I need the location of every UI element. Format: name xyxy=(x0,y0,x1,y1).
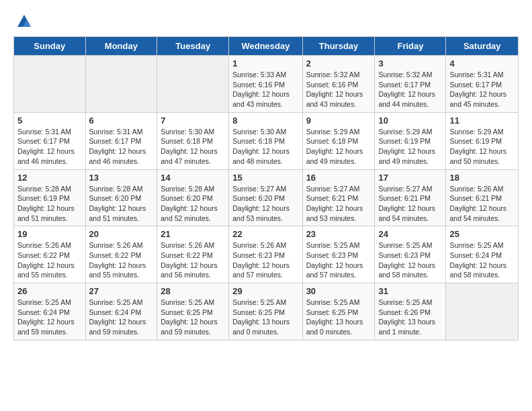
calendar-cell: 16Sunrise: 5:27 AM Sunset: 6:21 PM Dayli… xyxy=(302,169,375,226)
day-info: Sunrise: 5:25 AM Sunset: 6:24 PM Dayligh… xyxy=(89,298,154,337)
day-info: Sunrise: 5:29 AM Sunset: 6:18 PM Dayligh… xyxy=(306,127,371,167)
calendar-week-row: 19Sunrise: 5:26 AM Sunset: 6:22 PM Dayli… xyxy=(14,226,519,283)
calendar-header-row: SundayMondayTuesdayWednesdayThursdayFrid… xyxy=(14,37,519,56)
calendar-header-saturday: Saturday xyxy=(446,37,519,56)
calendar-cell: 10Sunrise: 5:29 AM Sunset: 6:19 PM Dayli… xyxy=(375,112,446,169)
day-info: Sunrise: 5:28 AM Sunset: 6:19 PM Dayligh… xyxy=(17,184,82,224)
day-number: 26 xyxy=(17,286,82,296)
calendar-cell: 26Sunrise: 5:25 AM Sunset: 6:24 PM Dayli… xyxy=(14,283,86,340)
day-info: Sunrise: 5:33 AM Sunset: 6:16 PM Dayligh… xyxy=(232,70,298,109)
day-number: 7 xyxy=(161,116,225,126)
day-info: Sunrise: 5:26 AM Sunset: 6:22 PM Dayligh… xyxy=(161,240,225,280)
day-number: 9 xyxy=(306,116,371,126)
day-info: Sunrise: 5:31 AM Sunset: 6:17 PM Dayligh… xyxy=(449,70,515,109)
day-number: 29 xyxy=(232,286,298,296)
calendar-cell: 2Sunrise: 5:32 AM Sunset: 6:16 PM Daylig… xyxy=(302,56,375,113)
day-number: 12 xyxy=(17,173,82,183)
day-number: 24 xyxy=(378,229,442,239)
day-info: Sunrise: 5:26 AM Sunset: 6:23 PM Dayligh… xyxy=(232,240,298,280)
day-number: 15 xyxy=(232,173,298,183)
calendar-cell: 6Sunrise: 5:31 AM Sunset: 6:17 PM Daylig… xyxy=(85,112,157,169)
day-info: Sunrise: 5:25 AM Sunset: 6:24 PM Dayligh… xyxy=(17,298,82,337)
calendar-cell xyxy=(446,283,519,340)
day-info: Sunrise: 5:25 AM Sunset: 6:23 PM Dayligh… xyxy=(378,240,442,280)
calendar-cell: 31Sunrise: 5:25 AM Sunset: 6:26 PM Dayli… xyxy=(375,283,446,340)
calendar-cell: 21Sunrise: 5:26 AM Sunset: 6:22 PM Dayli… xyxy=(157,226,229,283)
day-number: 5 xyxy=(17,116,82,126)
calendar-cell: 5Sunrise: 5:31 AM Sunset: 6:17 PM Daylig… xyxy=(14,112,86,169)
day-number: 18 xyxy=(449,173,515,183)
day-info: Sunrise: 5:31 AM Sunset: 6:17 PM Dayligh… xyxy=(17,127,82,167)
calendar-week-row: 26Sunrise: 5:25 AM Sunset: 6:24 PM Dayli… xyxy=(14,283,519,340)
calendar-cell: 23Sunrise: 5:25 AM Sunset: 6:23 PM Dayli… xyxy=(302,226,375,283)
day-info: Sunrise: 5:26 AM Sunset: 6:21 PM Dayligh… xyxy=(449,184,515,224)
calendar-cell: 24Sunrise: 5:25 AM Sunset: 6:23 PM Dayli… xyxy=(375,226,446,283)
day-number: 30 xyxy=(306,286,371,296)
calendar-cell xyxy=(157,56,229,113)
day-info: Sunrise: 5:31 AM Sunset: 6:17 PM Dayligh… xyxy=(89,127,154,167)
calendar-header-sunday: Sunday xyxy=(14,37,86,56)
day-number: 21 xyxy=(161,229,225,239)
day-number: 4 xyxy=(449,58,515,68)
calendar-cell: 28Sunrise: 5:25 AM Sunset: 6:25 PM Dayli… xyxy=(157,283,229,340)
calendar-header-wednesday: Wednesday xyxy=(229,37,302,56)
calendar-week-row: 12Sunrise: 5:28 AM Sunset: 6:19 PM Dayli… xyxy=(14,169,519,226)
day-info: Sunrise: 5:27 AM Sunset: 6:21 PM Dayligh… xyxy=(378,184,442,224)
day-info: Sunrise: 5:32 AM Sunset: 6:17 PM Dayligh… xyxy=(378,70,442,109)
calendar-cell: 25Sunrise: 5:25 AM Sunset: 6:24 PM Dayli… xyxy=(446,226,519,283)
day-info: Sunrise: 5:26 AM Sunset: 6:22 PM Dayligh… xyxy=(17,240,82,280)
calendar-cell: 11Sunrise: 5:29 AM Sunset: 6:19 PM Dayli… xyxy=(446,112,519,169)
day-number: 3 xyxy=(378,58,442,68)
day-info: Sunrise: 5:28 AM Sunset: 6:20 PM Dayligh… xyxy=(89,184,154,224)
day-number: 31 xyxy=(378,286,442,296)
day-number: 23 xyxy=(306,229,371,239)
calendar-table: SundayMondayTuesdayWednesdayThursdayFrid… xyxy=(13,36,519,340)
calendar-header-friday: Friday xyxy=(375,37,446,56)
day-info: Sunrise: 5:27 AM Sunset: 6:20 PM Dayligh… xyxy=(232,184,298,224)
day-number: 19 xyxy=(17,229,82,239)
day-info: Sunrise: 5:29 AM Sunset: 6:19 PM Dayligh… xyxy=(378,127,442,167)
calendar-week-row: 5Sunrise: 5:31 AM Sunset: 6:17 PM Daylig… xyxy=(14,112,519,169)
calendar-cell: 14Sunrise: 5:28 AM Sunset: 6:20 PM Dayli… xyxy=(157,169,229,226)
calendar-cell: 30Sunrise: 5:25 AM Sunset: 6:25 PM Dayli… xyxy=(302,283,375,340)
day-number: 10 xyxy=(378,116,442,126)
calendar-cell: 22Sunrise: 5:26 AM Sunset: 6:23 PM Dayli… xyxy=(229,226,302,283)
day-info: Sunrise: 5:30 AM Sunset: 6:18 PM Dayligh… xyxy=(232,127,298,167)
day-number: 17 xyxy=(378,173,442,183)
calendar-cell: 17Sunrise: 5:27 AM Sunset: 6:21 PM Dayli… xyxy=(375,169,446,226)
day-number: 1 xyxy=(232,58,298,68)
day-info: Sunrise: 5:26 AM Sunset: 6:22 PM Dayligh… xyxy=(89,240,154,280)
day-number: 14 xyxy=(161,173,225,183)
calendar-cell: 7Sunrise: 5:30 AM Sunset: 6:18 PM Daylig… xyxy=(157,112,229,169)
day-number: 28 xyxy=(161,286,225,296)
day-number: 22 xyxy=(232,229,298,239)
day-info: Sunrise: 5:32 AM Sunset: 6:16 PM Dayligh… xyxy=(306,70,371,109)
calendar-header-monday: Monday xyxy=(85,37,157,56)
calendar-cell: 18Sunrise: 5:26 AM Sunset: 6:21 PM Dayli… xyxy=(446,169,519,226)
day-number: 6 xyxy=(89,116,154,126)
calendar-cell: 9Sunrise: 5:29 AM Sunset: 6:18 PM Daylig… xyxy=(302,112,375,169)
calendar-cell: 12Sunrise: 5:28 AM Sunset: 6:19 PM Dayli… xyxy=(14,169,86,226)
logo-icon xyxy=(16,13,32,30)
day-number: 13 xyxy=(89,173,154,183)
day-number: 20 xyxy=(89,229,154,239)
calendar-week-row: 1Sunrise: 5:33 AM Sunset: 6:16 PM Daylig… xyxy=(14,56,519,113)
day-info: Sunrise: 5:29 AM Sunset: 6:19 PM Dayligh… xyxy=(449,127,515,167)
calendar-cell: 4Sunrise: 5:31 AM Sunset: 6:17 PM Daylig… xyxy=(446,56,519,113)
day-info: Sunrise: 5:25 AM Sunset: 6:24 PM Dayligh… xyxy=(449,240,515,280)
day-info: Sunrise: 5:25 AM Sunset: 6:25 PM Dayligh… xyxy=(232,298,298,337)
day-number: 25 xyxy=(449,229,515,239)
day-number: 2 xyxy=(306,58,371,68)
day-number: 27 xyxy=(89,286,154,296)
day-info: Sunrise: 5:25 AM Sunset: 6:26 PM Dayligh… xyxy=(378,298,442,337)
calendar-cell: 15Sunrise: 5:27 AM Sunset: 6:20 PM Dayli… xyxy=(229,169,302,226)
calendar-cell xyxy=(14,56,86,113)
logo xyxy=(13,13,32,30)
day-number: 8 xyxy=(232,116,298,126)
calendar-header-thursday: Thursday xyxy=(302,37,375,56)
day-info: Sunrise: 5:30 AM Sunset: 6:18 PM Dayligh… xyxy=(161,127,225,167)
calendar-cell: 27Sunrise: 5:25 AM Sunset: 6:24 PM Dayli… xyxy=(85,283,157,340)
calendar-cell: 19Sunrise: 5:26 AM Sunset: 6:22 PM Dayli… xyxy=(14,226,86,283)
calendar-cell xyxy=(85,56,157,113)
day-number: 16 xyxy=(306,173,371,183)
